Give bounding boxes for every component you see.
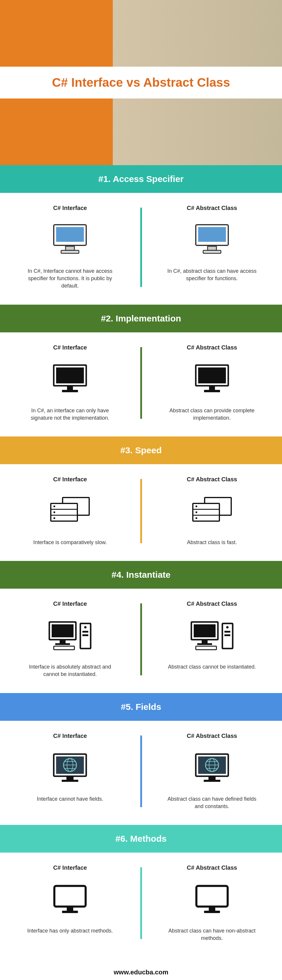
right-col-desc: Abstract class cannot be instantiated. [165, 663, 259, 671]
compare-row: C# Interface Interface is comparatively … [0, 464, 282, 561]
computer-icon [157, 492, 268, 530]
svg-rect-3 [61, 250, 79, 253]
compare-row: C# Interface Interface is absolutely abs… [0, 589, 282, 693]
page-title: C# Interface vs Abstract Class [12, 75, 270, 90]
right-col-desc: Abstract class is fast. [165, 539, 259, 546]
left-col-desc: Interface has only abstract methods. [23, 927, 117, 935]
left-col-title: C# Interface [15, 344, 125, 351]
right-column: C# Abstract Class Abstract class can hav… [142, 733, 282, 810]
svg-rect-13 [198, 368, 226, 383]
svg-rect-15 [204, 390, 220, 392]
svg-rect-71 [204, 911, 220, 913]
right-col-title: C# Abstract Class [157, 864, 268, 871]
svg-rect-41 [202, 640, 208, 643]
svg-rect-14 [209, 387, 215, 390]
left-col-desc: In C#, Interface cannot have access spec… [23, 267, 117, 290]
right-col-desc: In C#, abstract class can have access sp… [165, 267, 259, 282]
compare-row: C# Interface Interface cannot have field… [0, 721, 282, 825]
computer-icon [157, 360, 268, 398]
hero-title-strip: C# Interface vs Abstract Class [0, 67, 282, 99]
left-col-title: C# Interface [15, 733, 125, 739]
left-column: C# Interface Interface has only abstract… [0, 864, 140, 942]
left-col-title: C# Interface [15, 205, 125, 212]
svg-rect-32 [60, 640, 66, 643]
left-col-desc: Interface is comparatively slow. [23, 539, 117, 546]
right-col-title: C# Abstract Class [157, 205, 268, 212]
right-col-desc: Abstract class can provide complete impl… [165, 407, 259, 422]
hero-banner: C# Interface vs Abstract Class [0, 0, 282, 165]
computer-icon [15, 220, 125, 259]
right-column: C# Abstract Class In C#, abstract class … [142, 205, 282, 290]
svg-rect-1 [56, 227, 84, 242]
svg-rect-40 [194, 624, 216, 637]
right-column: C# Abstract Class Abstract class is fast… [142, 476, 282, 546]
right-col-title: C# Abstract Class [157, 344, 268, 351]
left-column: C# Interface Interface cannot have field… [0, 733, 140, 810]
svg-rect-31 [52, 624, 74, 637]
svg-rect-33 [55, 643, 70, 645]
svg-point-21 [53, 511, 55, 513]
svg-rect-67 [67, 907, 73, 911]
left-col-desc: Interface cannot have fields. [23, 795, 117, 803]
compare-row: C# Interface In C#, an interface can onl… [0, 332, 282, 436]
svg-point-28 [195, 511, 197, 513]
right-column: C# Abstract Class Abstract class can pro… [142, 344, 282, 422]
compare-row: C# Interface Interface has only abstract… [0, 853, 282, 957]
left-column: C# Interface Interface is comparatively … [0, 476, 140, 546]
svg-point-29 [195, 517, 197, 519]
svg-point-27 [195, 506, 197, 507]
svg-rect-64 [208, 777, 216, 780]
section-header: #2. Implementation [0, 305, 282, 332]
left-col-title: C# Interface [15, 476, 125, 483]
computer-icon [157, 748, 268, 786]
svg-rect-65 [204, 780, 220, 782]
infographic-container: C# Interface vs Abstract Class #1. Acces… [0, 0, 282, 980]
computer-icon [157, 880, 268, 918]
svg-rect-69 [196, 886, 228, 907]
svg-rect-34 [54, 646, 74, 650]
svg-point-22 [53, 517, 55, 519]
computer-icon [15, 616, 125, 654]
computer-icon [15, 748, 125, 786]
svg-rect-56 [62, 780, 78, 782]
computer-icon [15, 492, 125, 530]
left-column: C# Interface In C#, an interface can onl… [0, 344, 140, 422]
footer: www.educba.com [0, 957, 282, 980]
svg-rect-42 [197, 643, 212, 645]
section-header: #1. Access Specifier [0, 165, 282, 193]
right-column: C# Abstract Class Abstract class cannot … [142, 600, 282, 678]
svg-rect-43 [196, 646, 216, 650]
svg-rect-11 [62, 390, 78, 392]
section-header: #6. Methods [0, 825, 282, 853]
svg-rect-6 [208, 246, 216, 250]
right-col-title: C# Abstract Class [157, 600, 268, 607]
right-column: C# Abstract Class Abstract class can hav… [142, 864, 282, 942]
right-col-desc: Abstract class can have non-abstract met… [165, 927, 259, 942]
svg-rect-9 [56, 368, 84, 383]
svg-point-20 [53, 506, 55, 507]
left-col-title: C# Interface [15, 600, 125, 607]
svg-rect-46 [224, 631, 230, 633]
right-col-title: C# Abstract Class [157, 733, 268, 739]
section-header: #5. Fields [0, 693, 282, 721]
svg-rect-70 [209, 907, 215, 911]
right-col-title: C# Abstract Class [157, 476, 268, 483]
computer-icon [15, 360, 125, 398]
svg-rect-7 [203, 250, 221, 253]
computer-icon [157, 220, 268, 259]
svg-rect-47 [224, 634, 230, 636]
svg-rect-68 [62, 911, 78, 913]
left-col-desc: In C#, an interface can only have signat… [23, 407, 117, 422]
svg-rect-38 [82, 634, 88, 636]
svg-rect-5 [198, 227, 226, 242]
svg-rect-37 [82, 631, 88, 633]
svg-rect-66 [54, 886, 86, 907]
computer-icon [157, 616, 268, 654]
left-col-desc: Interface is absolutely abstract and can… [23, 663, 117, 678]
svg-rect-55 [66, 777, 74, 780]
left-col-title: C# Interface [15, 864, 125, 871]
section-header: #4. Instantiate [0, 561, 282, 589]
svg-point-36 [84, 626, 87, 628]
footer-url: www.educba.com [114, 969, 168, 976]
svg-point-45 [226, 626, 229, 628]
